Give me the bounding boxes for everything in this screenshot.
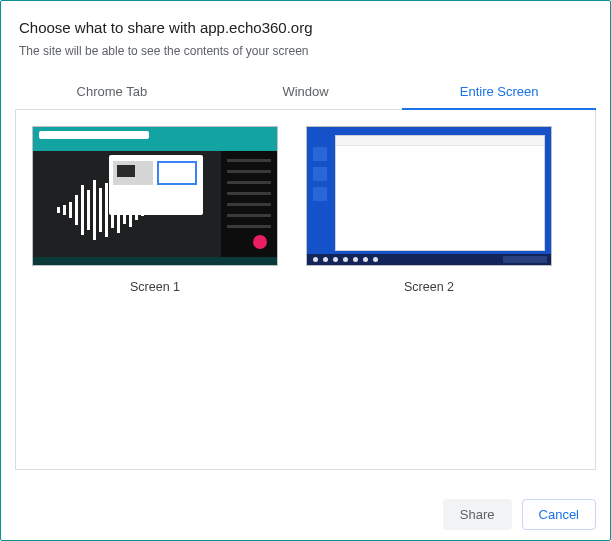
screen-list: Screen 1 Screen 2 — [15, 110, 596, 470]
share-dialog: Choose what to share with app.echo360.or… — [0, 0, 611, 541]
tab-window[interactable]: Window — [209, 74, 403, 109]
screen-option-2[interactable]: Screen 2 — [306, 126, 552, 294]
screen-option-1[interactable]: Screen 1 — [32, 126, 278, 294]
screen-2-label: Screen 2 — [404, 280, 454, 294]
dialog-footer: Share Cancel — [443, 499, 596, 530]
share-button[interactable]: Share — [443, 499, 512, 530]
cancel-button[interactable]: Cancel — [522, 499, 596, 530]
tab-entire-screen[interactable]: Entire Screen — [402, 74, 596, 109]
tab-bar: Chrome Tab Window Entire Screen — [15, 74, 596, 110]
screen-1-thumbnail — [32, 126, 278, 266]
dialog-subtitle: The site will be able to see the content… — [19, 44, 592, 58]
dialog-title: Choose what to share with app.echo360.or… — [19, 19, 592, 36]
screen-2-thumbnail — [306, 126, 552, 266]
dialog-header: Choose what to share with app.echo360.or… — [1, 1, 610, 64]
tab-chrome-tab[interactable]: Chrome Tab — [15, 74, 209, 109]
screen-1-label: Screen 1 — [130, 280, 180, 294]
